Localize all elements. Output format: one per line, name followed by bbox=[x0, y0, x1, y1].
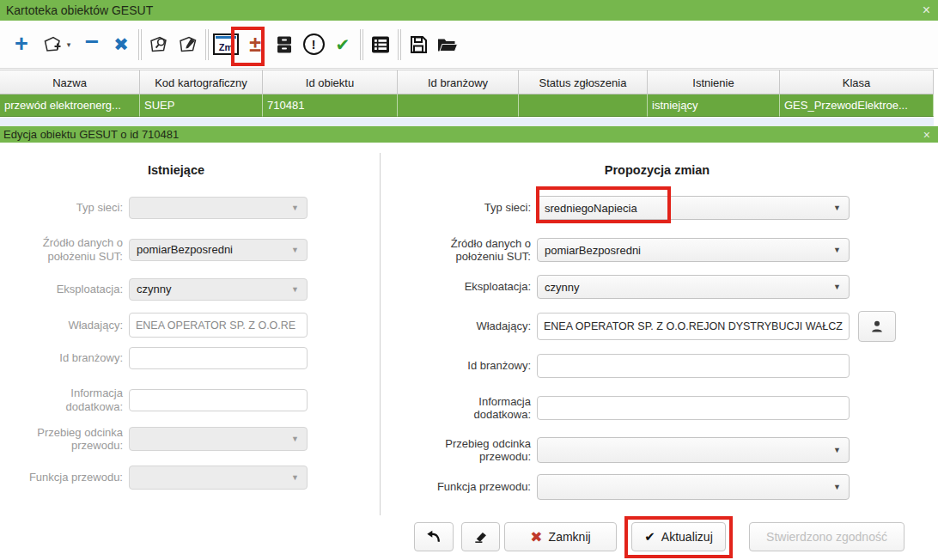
add-polygon-caret-icon[interactable]: ▾ bbox=[67, 40, 71, 49]
chevron-down-icon: ▼ bbox=[291, 435, 299, 443]
field-label: Id branżowy: bbox=[13, 351, 123, 364]
list-icon bbox=[370, 35, 391, 54]
confirm-compliance-label: Stwierdzono zgodność bbox=[766, 530, 887, 544]
table-empty-strip bbox=[0, 118, 934, 126]
close-dialog-label: Zamknij bbox=[549, 530, 591, 544]
row-cell-nazwa[interactable]: przewód elektroenerg... bbox=[0, 94, 140, 117]
funkcja-select-proposed[interactable]: ▼ bbox=[537, 474, 850, 500]
remove-button[interactable]: − bbox=[77, 27, 107, 62]
header-cell-id-branzowy[interactable]: Id branżowy bbox=[398, 70, 519, 94]
user-icon bbox=[870, 320, 884, 333]
select-user-button[interactable] bbox=[858, 311, 896, 342]
toolbar: + ▾ − ✖ bbox=[0, 21, 938, 69]
plus-minus-button[interactable]: ± bbox=[241, 27, 270, 62]
undo-icon bbox=[425, 528, 442, 545]
toolbar-separator bbox=[205, 29, 209, 60]
eksploatacja-select-proposed[interactable]: czynny ▼ bbox=[537, 275, 850, 299]
typ-sieci-select-existing: ▼ bbox=[129, 197, 308, 219]
eraser-button[interactable] bbox=[461, 522, 500, 551]
table-row[interactable]: przewód elektroenerg... SUEP 710481 istn… bbox=[0, 94, 934, 117]
field-wladajacy-proposed: Władający: bbox=[421, 313, 896, 340]
row-cell-status-zgloszenia[interactable] bbox=[519, 94, 648, 117]
toolbar-separator bbox=[138, 29, 142, 60]
field-label: Władający: bbox=[13, 319, 123, 332]
field-zrodlo-proposed: Źródło danych o położeniu SUT: pomiarBez… bbox=[421, 238, 850, 262]
save-button[interactable] bbox=[404, 27, 433, 62]
polygon-search-button[interactable] bbox=[144, 27, 174, 62]
wladajacy-input-proposed[interactable] bbox=[537, 313, 850, 340]
warning-icon: ! bbox=[303, 33, 325, 55]
warning-button[interactable]: ! bbox=[299, 27, 328, 62]
funkcja-select-existing: ▼ bbox=[129, 466, 308, 490]
panel-divider bbox=[380, 153, 381, 515]
chevron-down-icon: ▼ bbox=[291, 246, 299, 254]
wladajacy-input-existing bbox=[129, 313, 308, 338]
field-typ-sieci-proposed: Typ sieci: sredniegoNapiecia ▼ bbox=[421, 196, 850, 220]
archive-button[interactable] bbox=[270, 27, 299, 62]
list-button[interactable] bbox=[366, 27, 395, 62]
add-polygon-button[interactable]: ▾ bbox=[36, 27, 77, 62]
field-label: Typ sieci: bbox=[421, 201, 531, 214]
field-eksploatacja-proposed: Eksploatacja: czynny ▼ bbox=[421, 275, 850, 299]
row-cell-klasa[interactable]: GES_PrzewodElektroe... bbox=[780, 94, 934, 117]
toolbar-separator bbox=[398, 29, 401, 60]
table-header-row: Nazwa Kod kartograficzny Id obiektu Id b… bbox=[0, 70, 934, 94]
header-cell-klasa[interactable]: Klasa bbox=[780, 70, 934, 94]
row-cell-id-branzowy[interactable] bbox=[398, 94, 519, 117]
header-cell-nazwa[interactable]: Nazwa bbox=[0, 70, 140, 94]
field-id-branzowy-existing: Id branżowy: bbox=[13, 346, 308, 369]
confirm-check-icon: ✔ bbox=[336, 36, 350, 53]
field-zrodlo-existing: Źródło danych o położeniu SUT: pomiarBez… bbox=[13, 238, 308, 261]
zm-scale-button[interactable]: Zm bbox=[211, 27, 241, 62]
polygon-search-icon bbox=[149, 35, 169, 54]
confirm-button[interactable]: ✔ bbox=[328, 27, 357, 62]
add-button[interactable]: + bbox=[7, 27, 36, 62]
id-branzowy-input-proposed[interactable] bbox=[537, 354, 850, 378]
dialog-title: Edycja obiektu GESUT o id 710481 bbox=[3, 128, 179, 141]
field-label: Przebieg odcinka przewodu: bbox=[421, 437, 531, 464]
id-branzowy-input-existing bbox=[129, 347, 308, 369]
remove-icon: − bbox=[85, 30, 99, 54]
row-cell-kod-kartograficzny[interactable]: SUEP bbox=[140, 94, 263, 117]
field-informacja-existing: Informacja dodatkowa: bbox=[13, 388, 308, 411]
polygon-edit-button[interactable] bbox=[174, 27, 203, 62]
field-funkcja-existing: Funkcja przewodu: ▼ bbox=[13, 466, 308, 490]
header-cell-status-zgloszenia[interactable]: Status zgłoszenia bbox=[519, 70, 648, 94]
chevron-down-icon: ▼ bbox=[833, 246, 841, 254]
informacja-input-proposed[interactable] bbox=[537, 396, 850, 420]
delete-button[interactable]: ✖ bbox=[107, 27, 136, 62]
window-titlebar: Kartoteka obiektów GESUT × bbox=[0, 0, 938, 21]
dialog-body: Istniejące Propozycja zmian Typ sieci: ▼… bbox=[0, 143, 938, 560]
update-button[interactable]: ✔ Aktualizuj bbox=[631, 522, 726, 551]
undo-button[interactable] bbox=[414, 522, 454, 551]
save-icon bbox=[408, 34, 429, 55]
objects-table: Nazwa Kod kartograficzny Id obiektu Id b… bbox=[0, 70, 934, 117]
update-label: Aktualizuj bbox=[661, 530, 713, 544]
chevron-down-icon: ▼ bbox=[833, 483, 841, 491]
typ-sieci-select-proposed[interactable]: sredniegoNapiecia ▼ bbox=[537, 196, 850, 220]
dialog-close-icon[interactable]: × bbox=[923, 129, 930, 141]
field-wladajacy-existing: Władający: bbox=[13, 313, 308, 338]
field-label: Id branżowy: bbox=[421, 359, 531, 372]
close-dialog-button[interactable]: ✖ Zamknij bbox=[504, 522, 617, 551]
eksploatacja-select-existing: czynny ▼ bbox=[129, 278, 308, 301]
add-polygon-icon bbox=[43, 35, 65, 54]
zm-scale-icon: Zm bbox=[213, 33, 239, 55]
zrodlo-select-existing: pomiarBezposredni ▼ bbox=[129, 239, 308, 261]
field-informacja-proposed: Informacja dodatkowa: bbox=[421, 396, 850, 420]
header-cell-kod-kartograficzny[interactable]: Kod kartograficzny bbox=[140, 70, 263, 94]
window-close-icon[interactable]: × bbox=[923, 3, 930, 17]
przebieg-select-proposed[interactable]: ▼ bbox=[537, 437, 850, 463]
confirm-compliance-button: Stwierdzono zgodność bbox=[749, 522, 904, 551]
header-cell-istnienie[interactable]: Istnienie bbox=[648, 70, 780, 94]
header-cell-id-obiektu[interactable]: Id obiektu bbox=[263, 70, 398, 94]
field-label: Informacja dodatkowa: bbox=[421, 395, 531, 422]
window-title: Kartoteka obiektów GESUT bbox=[6, 3, 153, 17]
field-label: Typ sieci: bbox=[13, 201, 123, 214]
open-folder-button[interactable] bbox=[433, 27, 462, 62]
row-cell-id-obiektu[interactable]: 710481 bbox=[263, 94, 398, 117]
row-cell-istnienie[interactable]: istniejący bbox=[648, 94, 780, 117]
red-x-icon: ✖ bbox=[530, 528, 542, 546]
field-label: Władający: bbox=[421, 320, 531, 332]
zrodlo-select-proposed[interactable]: pomiarBezposredni ▼ bbox=[537, 238, 850, 262]
